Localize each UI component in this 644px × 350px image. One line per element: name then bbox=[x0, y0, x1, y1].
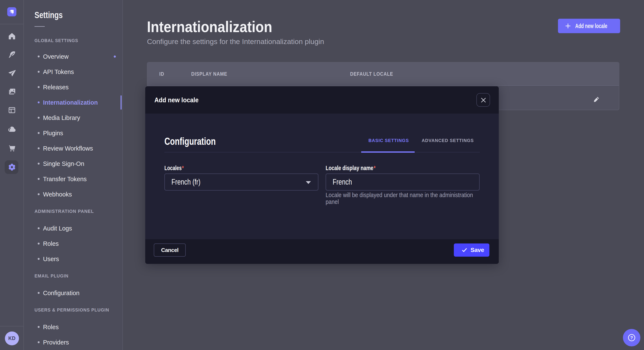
svg-text:?: ? bbox=[630, 335, 633, 340]
